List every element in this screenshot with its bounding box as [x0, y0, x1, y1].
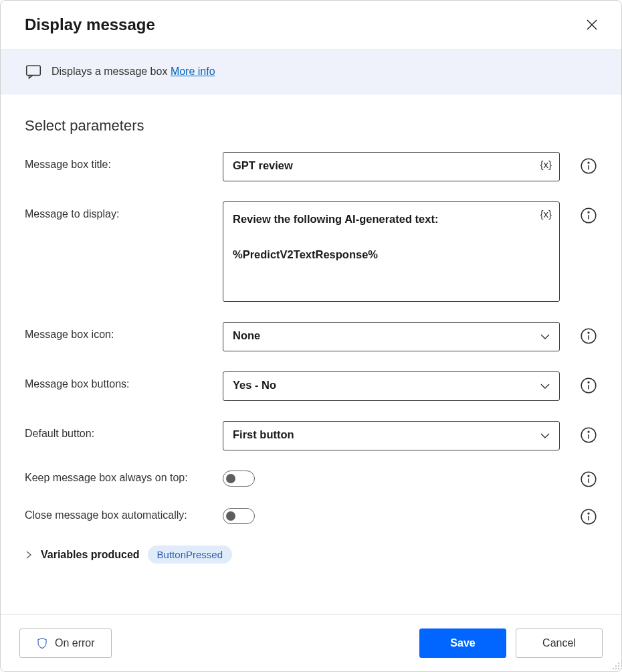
svg-point-23: [588, 513, 589, 514]
svg-point-8: [588, 212, 589, 213]
variables-row: Variables produced ButtonPressed: [25, 545, 597, 564]
row-title: Message box title: GPT review {x}: [25, 152, 597, 181]
info-banner: Displays a message box More info: [1, 49, 621, 94]
message-input[interactable]: Review the following AI-generated text: …: [223, 201, 560, 302]
close-auto-toggle[interactable]: [223, 508, 255, 524]
label-close-auto: Close message box automatically:: [25, 508, 212, 521]
buttons-select[interactable]: Yes - No: [223, 371, 560, 401]
dialog-body: Select parameters Message box title: GPT…: [1, 94, 621, 614]
more-info-link[interactable]: More info: [171, 66, 215, 77]
message-icon: [25, 63, 42, 80]
variables-expand-toggle[interactable]: [25, 551, 33, 559]
svg-point-17: [588, 431, 589, 432]
shield-icon: [36, 637, 48, 649]
dialog-title: Display message: [25, 15, 155, 34]
always-on-top-toggle[interactable]: [223, 471, 255, 487]
label-always-on-top: Keep message box always on top:: [25, 471, 212, 484]
dialog-footer: On error Save Cancel: [1, 614, 621, 671]
label-title: Message box title:: [25, 152, 212, 171]
svg-point-14: [588, 382, 589, 383]
variables-label: Variables produced: [41, 549, 140, 561]
row-always-on-top: Keep message box always on top:: [25, 471, 597, 488]
info-icon[interactable]: [580, 426, 597, 444]
svg-rect-2: [27, 66, 41, 75]
title-input[interactable]: GPT review: [223, 152, 560, 181]
label-icon: Message box icon:: [25, 322, 212, 341]
row-buttons: Message box buttons: Yes - No: [25, 371, 597, 401]
dialog-header: Display message: [1, 1, 621, 49]
row-message: Message to display: Review the following…: [25, 201, 597, 302]
row-icon: Message box icon: None: [25, 322, 597, 351]
save-button[interactable]: Save: [419, 628, 506, 658]
cancel-button[interactable]: Cancel: [516, 628, 603, 658]
variable-pill[interactable]: ButtonPressed: [148, 545, 232, 564]
info-icon[interactable]: [580, 157, 597, 175]
info-banner-text: Displays a message box More info: [51, 66, 215, 78]
label-message: Message to display:: [25, 201, 212, 220]
label-buttons: Message box buttons:: [25, 371, 212, 390]
display-message-dialog: Display message Displays a message box M…: [0, 0, 622, 672]
default-button-select[interactable]: First button: [223, 421, 560, 450]
info-icon[interactable]: [580, 207, 597, 224]
label-default-button: Default button:: [25, 421, 212, 440]
icon-select[interactable]: None: [223, 322, 560, 351]
svg-point-11: [588, 332, 589, 333]
on-error-label: On error: [55, 637, 95, 649]
info-icon[interactable]: [580, 508, 597, 525]
row-close-auto: Close message box automatically:: [25, 508, 597, 525]
info-icon[interactable]: [580, 327, 597, 345]
info-icon[interactable]: [580, 377, 597, 394]
close-button[interactable]: [581, 14, 603, 35]
svg-point-5: [588, 162, 589, 163]
close-icon: [587, 19, 597, 30]
svg-point-20: [588, 475, 589, 477]
chevron-right-icon: [25, 551, 33, 559]
info-text: Displays a message box: [51, 66, 167, 77]
on-error-button[interactable]: On error: [19, 628, 112, 658]
info-icon[interactable]: [580, 471, 597, 488]
section-title: Select parameters: [25, 117, 597, 135]
row-default-button: Default button: First button: [25, 421, 597, 450]
